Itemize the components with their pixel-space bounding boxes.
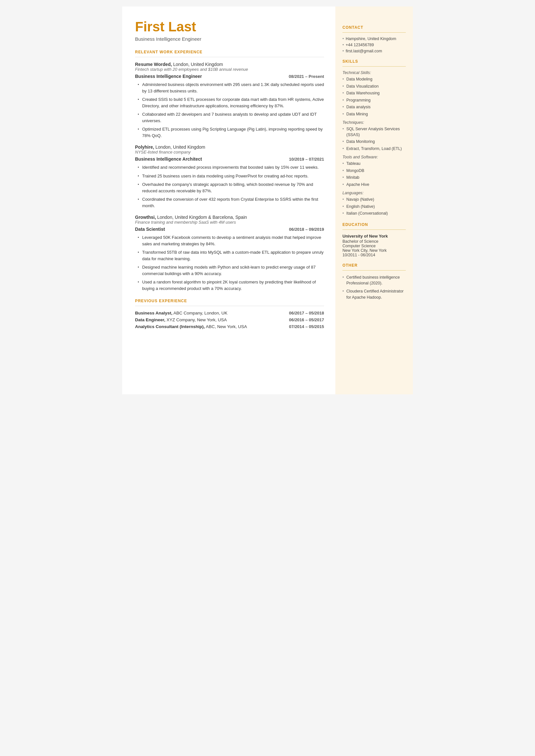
other-divider [343,270,406,271]
other-list: Certified business intelligence Professi… [343,275,406,301]
bullet-2-4: Coordinated the conversion of over 432 r… [138,196,324,209]
prev-exp-dates-3: 07/2014 – 05/2015 [289,324,324,329]
company-tagline-1: Fintech startup with 20 employees and $1… [135,67,324,72]
company-name-2: Polyhire, London, United Kingdom [135,144,324,150]
contact-email: first.last@gmail.com [343,49,406,53]
education-divider [343,229,406,230]
contact-heading: CONTACT [343,25,406,30]
contact-divider [343,32,406,33]
skills-heading: SKILLS [343,59,406,64]
bullet-1-3: Collaborated with 22 developers and 7 bu… [138,111,324,124]
previous-exp-divider [135,306,324,306]
job-bullets-2: Identified and recommended process impro… [135,164,324,209]
languages-label: Languages: [343,191,406,195]
technical-skills-list: Data Modeling Data Visualization Data Wa… [343,76,406,117]
job-dates-3: 06/2018 – 09/2019 [289,227,324,232]
prev-exp-row-2: Data Engineer, XYZ Company, New York, US… [135,317,324,322]
job-header-2: Business Intelligence Architect 10/2019 … [135,157,324,161]
tool-1: Tableau [343,161,406,167]
edu-dates: 10/2011 - 06/2014 [343,253,406,257]
tools-label: Tools and Software: [343,155,406,160]
company-name-3: Growthsi, London, United Kingdom & Barce… [135,215,324,220]
language-3: Italian (Conversational) [343,211,406,217]
language-2: English (Native) [343,204,406,210]
bullet-3-1: Leveraged 50K Facebook comments to devel… [138,234,324,247]
bullet-2-2: Trained 25 business users in data modeli… [138,173,324,179]
languages-list: Navajo (Native) English (Native) Italian… [343,197,406,217]
tool-4: Apache Hive [343,182,406,188]
education-heading: EDUCATION [343,222,406,227]
technical-skills-label: Technical Skills: [343,71,406,75]
prev-exp-left-2: Data Engineer, XYZ Company, New York, US… [135,317,227,322]
techniques-label: Techniques: [343,120,406,125]
bullet-3-2: Transformed 55TB of raw data into MySQL … [138,249,324,262]
edu-degree: Bachelor of Science [343,239,406,244]
edu-school: University of New York [343,234,406,239]
job-title-1: Business Intelligence Engineer [135,74,202,79]
bullet-1-2: Created SSIS to build 5 ETL processes fo… [138,96,324,109]
prev-exp-row-1: Business Analyst, ABC Company, London, U… [135,311,324,315]
tool-2: MongoDB [343,168,406,174]
contact-location: Hampshire, United Kingdom [343,37,406,41]
job-title-2: Business Intelligence Architect [135,157,202,161]
edu-field: Computer Science [343,244,406,248]
bullet-1-1: Administered business objects environmen… [138,81,324,94]
prev-exp-left-3: Analytics Consultant (Internship), ABC, … [135,324,247,329]
bullet-2-1: Identified and recommended process impro… [138,164,324,171]
bullet-3-3: Designed machine learning models with Py… [138,264,324,277]
left-column: First Last Business Intelligence Enginee… [122,7,335,394]
skills-divider [343,66,406,67]
techniques-list: SQL Server Analysis Services (SSAS) Data… [343,126,406,152]
tools-list: Tableau MongoDB Minitab Apache Hive [343,161,406,188]
job-dates-2: 10/2019 – 07/2021 [289,157,324,161]
technique-2: Data Monitoring [343,139,406,145]
right-column: CONTACT Hampshire, United Kingdom +44 12… [335,7,413,394]
prev-exp-left-1: Business Analyst, ABC Company, London, U… [135,311,227,315]
job-block-2: Polyhire, London, United Kingdom NYSE-li… [135,144,324,209]
candidate-name: First Last [135,19,324,34]
previous-exp-heading: PREVIOUS EXPERIENCE [135,299,324,303]
contact-phone: +44 123456789 [343,43,406,47]
company-tagline-2: NYSE-listed finance company [135,150,324,155]
job-header-3: Data Scientist 06/2018 – 09/2019 [135,227,324,232]
prev-exp-dates-2: 06/2016 – 05/2017 [289,317,324,322]
other-1: Certified business intelligence Professi… [343,275,406,287]
skill-3: Data Warehousing [343,91,406,96]
technique-1: SQL Server Analysis Services (SSAS) [343,126,406,138]
job-block-3: Growthsi, London, United Kingdom & Barce… [135,215,324,292]
resume-container: First Last Business Intelligence Enginee… [122,7,413,394]
edu-location: New York City, New York [343,248,406,253]
job-dates-1: 08/2021 – Present [289,74,324,79]
job-bullets-3: Leveraged 50K Facebook comments to devel… [135,234,324,292]
job-header-1: Business Intelligence Engineer 08/2021 –… [135,74,324,79]
prev-exp-dates-1: 06/2017 – 05/2018 [289,311,324,315]
company-tagline-3: Finance training and membership SaaS wit… [135,220,324,225]
candidate-title: Business Intelligence Engineer [135,36,324,42]
bullet-3-4: Used a random forest algorithm to pinpoi… [138,279,324,292]
technique-3: Extract, Transform, Load (ETL) [343,146,406,152]
skill-5: Data analysis [343,104,406,110]
bullet-2-3: Overhauled the company's strategic appro… [138,181,324,194]
skill-6: Data Mining [343,111,406,117]
skill-1: Data Modeling [343,76,406,82]
relevant-work-divider [135,57,324,57]
relevant-work-heading: RELEVANT WORK EXPERIENCE [135,50,324,54]
job-bullets-1: Administered business objects environmen… [135,81,324,139]
tool-3: Minitab [343,175,406,181]
other-2: Cloudera Certified Administrator for Apa… [343,288,406,301]
skill-2: Data Visualization [343,84,406,90]
job-block-1: Resume Worded, London, United Kingdom Fi… [135,62,324,139]
skill-4: Programming [343,98,406,103]
bullet-1-4: Optimized ETL processes using Pig Script… [138,126,324,139]
contact-list: Hampshire, United Kingdom +44 123456789 … [343,37,406,53]
language-1: Navajo (Native) [343,197,406,203]
prev-exp-row-3: Analytics Consultant (Internship), ABC, … [135,324,324,329]
company-name-1: Resume Worded, London, United Kingdom [135,62,324,67]
job-title-3: Data Scientist [135,227,165,232]
other-heading: OTHER [343,263,406,268]
